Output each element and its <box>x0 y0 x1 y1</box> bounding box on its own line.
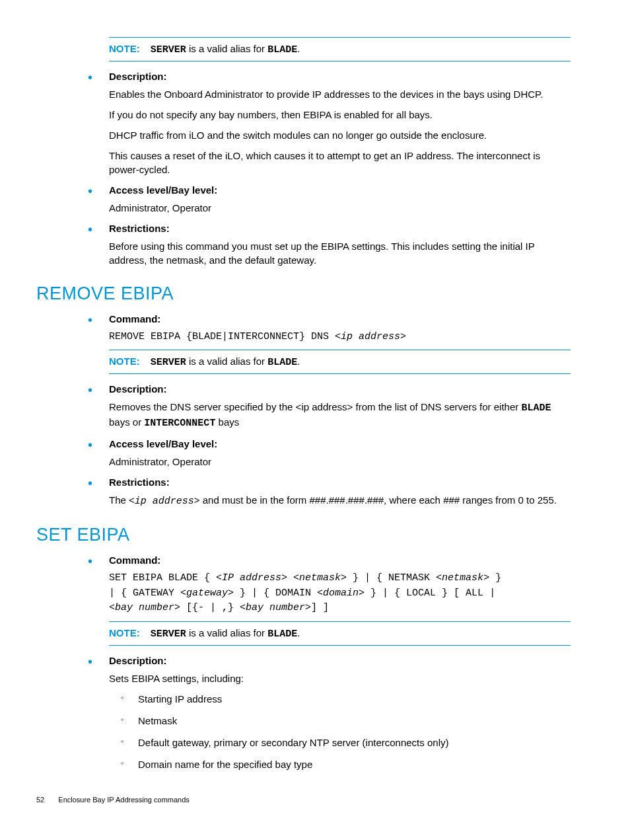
note-period: . <box>297 627 300 638</box>
access-label: Access level/Bay level: <box>109 438 217 449</box>
desc-body: Sets EBIPA settings, including: Starting… <box>109 671 571 771</box>
access-label: Access level/Bay level: <box>109 184 217 196</box>
sub-list: Starting IP address Netmask Default gate… <box>109 692 571 771</box>
note-blade: BLADE <box>267 357 297 368</box>
restrict-body: The <ip address> and must be in the form… <box>109 493 571 508</box>
note-blade: BLADE <box>267 44 297 56</box>
desc-text: Sets EBIPA settings, including: <box>109 671 571 685</box>
note-label: NOTE: <box>109 43 140 54</box>
access-text: Administrator, Operator <box>109 201 571 215</box>
sub-item: Starting IP address <box>121 692 571 706</box>
cmd-label: Command: <box>109 313 160 325</box>
desc-body: Enables the Onboard Administrator to pro… <box>109 87 571 176</box>
desc-p4: This causes a reset of the iLO, which ca… <box>109 149 571 176</box>
sub-item: Domain name for the specified bay type <box>121 757 571 771</box>
section1-list: Description: Enables the Onboard Adminis… <box>83 69 571 267</box>
note-server: SERVER <box>151 629 186 640</box>
access-body: Administrator, Operator <box>109 455 571 469</box>
page-footer: 52 Enclosure Bay IP Addressing commands <box>36 795 571 805</box>
note-label: NOTE: <box>109 356 140 367</box>
restrict-label: Restrictions: <box>109 223 170 234</box>
desc-label: Description: <box>109 383 167 395</box>
page-number: 52 <box>36 795 44 805</box>
set-ebipa-heading: SET EBIPA <box>36 523 571 548</box>
sub-item: Default gateway, primary or secondary NT… <box>121 736 571 749</box>
cmd-end: > <box>400 331 406 342</box>
note-box-remove: NOTE: SERVER is a valid alias for BLADE. <box>109 350 571 374</box>
desc-p3: DHCP traffic from iLO and the switch mod… <box>109 128 571 142</box>
desc-label: Description: <box>109 71 167 82</box>
restrict-text: The <ip address> and must be in the form… <box>109 493 571 508</box>
footer-title: Enclosure Bay IP Addressing commands <box>58 796 190 804</box>
note-period: . <box>297 356 300 367</box>
cmd-text: REMOVE EBIPA {BLADE|INTERCONNECT} DNS < <box>109 331 341 342</box>
desc-p2: If you do not specify any bay numbers, t… <box>109 108 571 122</box>
note-box-set: NOTE: SERVER is a valid alias for BLADE. <box>109 621 571 646</box>
cmd-ip: ip address <box>341 331 400 342</box>
note-box-top: NOTE: SERVER is a valid alias for BLADE. <box>109 37 571 61</box>
note-server: SERVER <box>151 44 186 56</box>
note-blade: BLADE <box>267 629 297 640</box>
set-ebipa-list: Command: SET EBIPA BLADE { <IP address> … <box>83 553 571 771</box>
desc-label: Description: <box>109 655 167 666</box>
access-text: Administrator, Operator <box>109 455 571 469</box>
note-text: is a valid alias for <box>186 43 267 54</box>
desc-p1: Enables the Onboard Administrator to pro… <box>109 87 571 101</box>
note-text: is a valid alias for <box>186 627 267 638</box>
cmd-block: REMOVE EBIPA {BLADE|INTERCONNECT} DNS <i… <box>109 330 571 345</box>
desc-text: Removes the DNS server specified by the … <box>109 400 571 430</box>
cmd-block: SET EBIPA BLADE { <IP address> <netmask>… <box>109 571 571 616</box>
note-text: is a valid alias for <box>186 356 267 367</box>
note-server: SERVER <box>151 357 186 368</box>
access-body: Administrator, Operator <box>109 201 571 215</box>
restrict-body: Before using this command you must set u… <box>109 239 571 267</box>
desc-body: Removes the DNS server specified by the … <box>109 400 571 430</box>
remove-ebipa-list: Command: REMOVE EBIPA {BLADE|INTERCONNEC… <box>83 312 571 509</box>
sub-item: Netmask <box>121 714 571 728</box>
note-label: NOTE: <box>109 627 140 638</box>
note-period: . <box>297 43 300 54</box>
cmd-label: Command: <box>109 554 160 566</box>
restrict-label: Restrictions: <box>109 477 170 488</box>
restrict-text: Before using this command you must set u… <box>109 239 571 267</box>
remove-ebipa-heading: REMOVE EBIPA <box>36 282 571 307</box>
